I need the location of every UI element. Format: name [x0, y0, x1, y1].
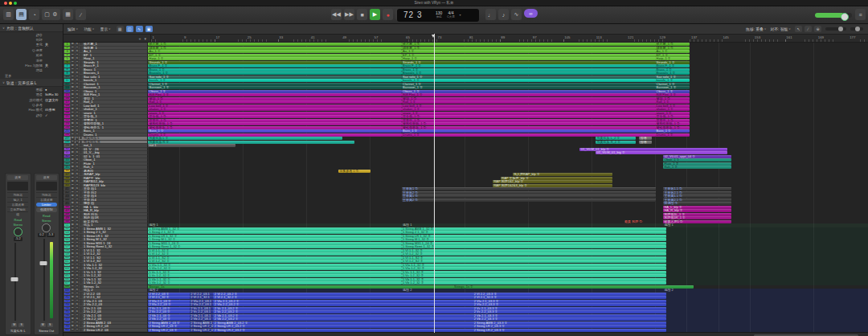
mute-button[interactable]: M	[71, 122, 75, 125]
pencil-icon[interactable]: ∕	[76, 9, 86, 20]
solo-button[interactable]: S	[76, 245, 80, 248]
solo-button[interactable]: S	[76, 281, 80, 285]
solo-button[interactable]: S	[76, 310, 80, 313]
solo-button[interactable]: S	[76, 191, 80, 195]
solo-button[interactable]: S	[76, 209, 80, 212]
input-monitor-icon[interactable]	[80, 242, 82, 244]
mute-button[interactable]: M	[71, 129, 75, 133]
track-number-badge[interactable]: 62	[64, 264, 70, 267]
mute-button[interactable]: M	[71, 293, 75, 296]
master-volume-slider[interactable]	[815, 13, 852, 18]
solo-button[interactable]: S	[76, 231, 80, 234]
mute-button[interactable]: M	[71, 180, 75, 183]
solo-button[interactable]: S	[76, 108, 80, 111]
solo-button[interactable]: S	[76, 47, 80, 50]
solo-button[interactable]: S	[76, 158, 80, 162]
track-number-badge[interactable]: 38	[64, 177, 70, 180]
arrange-menu-显示[interactable]: 显示∨	[100, 27, 110, 31]
wrench-icon[interactable]: ⚙	[50, 9, 60, 20]
input-monitor-icon[interactable]	[80, 137, 82, 139]
mute-button[interactable]: M	[71, 187, 75, 191]
track-number-badge[interactable]: 60	[64, 256, 70, 260]
tuner-icon[interactable]: ♪	[498, 9, 509, 20]
solo-button[interactable]: S	[76, 119, 80, 122]
input-monitor-icon[interactable]	[80, 68, 82, 71]
input-monitor-icon[interactable]	[80, 141, 82, 143]
mute-button[interactable]: M	[71, 238, 75, 241]
strip-slot[interactable]: 组	[7, 211, 28, 216]
track-param-value[interactable]: ●	[45, 88, 59, 92]
play-button[interactable]: ▶	[370, 9, 380, 20]
input-monitor-icon[interactable]	[80, 256, 82, 259]
solo-button[interactable]: S	[76, 76, 80, 79]
mute-button[interactable]: M	[71, 274, 75, 277]
track-number-badge[interactable]: 10	[64, 76, 70, 79]
zoom-tool-icon[interactable]: ⊕	[814, 26, 821, 32]
arrange-menu-编辑[interactable]: 编辑∨	[68, 27, 78, 31]
track-number-badge[interactable]: 26	[64, 133, 70, 137]
mute-button[interactable]: M	[71, 322, 75, 325]
solo-button[interactable]: S	[76, 144, 80, 147]
mute-button[interactable]: M	[71, 206, 75, 209]
input-monitor-icon[interactable]	[80, 173, 82, 175]
track-param-value[interactable]: 已停用	[45, 108, 59, 112]
input-monitor-icon[interactable]	[80, 318, 82, 320]
input-monitor-icon[interactable]	[80, 93, 82, 96]
mute-button[interactable]: M	[71, 64, 75, 68]
mute-button[interactable]: M	[71, 314, 75, 318]
track-param-value[interactable]: 仅源文件	[45, 98, 59, 102]
mute-button[interactable]: M	[71, 220, 75, 223]
track-number-badge[interactable]: 78	[64, 322, 70, 325]
solo-button[interactable]: S	[76, 72, 80, 75]
track-number-badge[interactable]: 46	[64, 206, 70, 209]
mute-button[interactable]: M	[71, 86, 75, 89]
track-number-badge[interactable]: 1	[64, 43, 70, 46]
mute-button[interactable]: M	[71, 166, 75, 169]
track-number-badge[interactable]: 20	[64, 112, 70, 115]
track-number-badge[interactable]: 54	[64, 235, 70, 238]
mute-button[interactable]: M	[71, 289, 75, 292]
input-monitor-icon[interactable]	[80, 206, 82, 208]
mute-button[interactable]: M	[71, 162, 75, 166]
mute-button[interactable]: M	[71, 271, 75, 274]
mute-button[interactable]: M	[71, 155, 75, 158]
solo-button[interactable]: S	[76, 223, 80, 227]
input-monitor-icon[interactable]	[80, 264, 82, 266]
mute-button[interactable]: M	[71, 76, 75, 79]
track-number-badge[interactable]: 75	[64, 310, 70, 313]
track-number-badge[interactable]: 67	[64, 281, 70, 285]
solo-button[interactable]: S	[76, 303, 80, 306]
input-monitor-icon[interactable]	[80, 314, 82, 317]
input-monitor-icon[interactable]	[80, 97, 82, 100]
mute-button[interactable]: M	[71, 285, 75, 289]
solo-button[interactable]: S	[76, 104, 80, 108]
solo-button[interactable]: S	[76, 256, 80, 260]
input-monitor-icon[interactable]	[80, 249, 82, 252]
input-monitor-icon[interactable]	[80, 303, 82, 305]
track-number-badge[interactable]: 19	[64, 108, 70, 111]
mute-button[interactable]: M	[71, 148, 75, 151]
track-number-badge[interactable]: 58	[64, 249, 70, 252]
solo-button[interactable]: S	[76, 216, 80, 219]
solo-button[interactable]: S	[76, 278, 80, 281]
solo-button[interactable]: S	[76, 180, 80, 183]
input-monitor-icon[interactable]	[80, 119, 82, 121]
solo-button[interactable]: S	[76, 300, 80, 303]
input-monitor-icon[interactable]	[80, 329, 82, 331]
track-number-badge[interactable]: 13	[64, 86, 70, 89]
input-monitor-icon[interactable]	[80, 83, 82, 85]
track-number-badge[interactable]: 76	[64, 314, 70, 318]
solo-button[interactable]: S	[18, 323, 24, 328]
mute-button[interactable]: M	[71, 307, 75, 310]
vertical-zoom-slider[interactable]	[850, 27, 863, 31]
strip-setting-button[interactable]: 设置	[7, 175, 28, 180]
track-number-badge[interactable]: 68	[64, 285, 70, 289]
solo-button[interactable]: S	[76, 151, 80, 154]
solo-button[interactable]: S	[47, 323, 53, 328]
track-number-badge[interactable]: 35	[64, 166, 70, 169]
input-monitor-icon[interactable]	[80, 285, 82, 288]
input-monitor-icon[interactable]	[80, 267, 82, 269]
mute-button[interactable]: M	[71, 325, 75, 328]
input-monitor-icon[interactable]	[80, 209, 82, 211]
mute-button[interactable]: M	[71, 126, 75, 129]
